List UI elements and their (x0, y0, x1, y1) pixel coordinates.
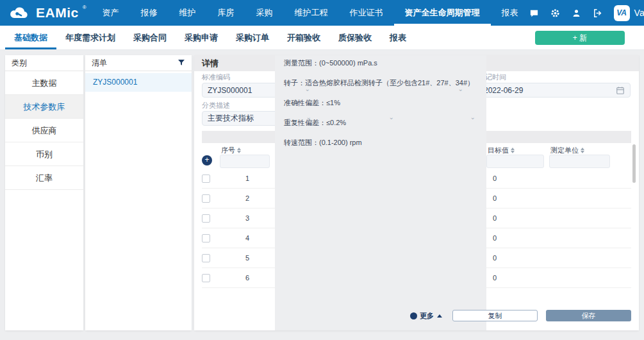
top-menu-item-repair[interactable]: 报修 (130, 0, 169, 26)
seq-filter-input[interactable] (220, 155, 270, 168)
row-target: 0 (486, 274, 549, 282)
valueapex-badge-icon: VA (614, 5, 630, 21)
tab-purchase-contract[interactable]: 采购合同 (124, 26, 176, 49)
chevron-down-icon[interactable]: ⌄ (470, 114, 475, 121)
chevron-down-icon[interactable]: ⌄ (458, 86, 463, 92)
grid-body: 1 适用范围：液体、半固体、热熔胶、高温液体样品粘度值定量检测 0 2 测量范围… (194, 168, 639, 288)
category-panel-title: 类别 (12, 58, 27, 69)
vertical-scrollbar[interactable] (632, 144, 636, 183)
tab-annual-demand-plan[interactable]: 年度需求计划 (56, 26, 124, 49)
top-menu-item-asset-lifecycle[interactable]: 资产全生命周期管理 (394, 0, 491, 26)
user-icon[interactable] (572, 8, 581, 18)
category-item-exchange-rate[interactable]: 汇率 (5, 166, 83, 190)
top-menu-item-maintenance[interactable]: 维护 (169, 0, 207, 26)
tab-unboxing-acceptance[interactable]: 开箱验收 (278, 26, 329, 49)
topnav-right-tools: VA ValueApex (529, 5, 644, 21)
top-menu-item-reports[interactable]: 报表 (491, 0, 529, 26)
row-seq: 2 (220, 194, 275, 202)
category-item-technical-parameters[interactable]: 技术参数库 (5, 95, 83, 119)
copy-button[interactable]: 复制 (452, 310, 538, 321)
top-menu-item-work-certificate[interactable]: 作业证书 (339, 0, 394, 26)
tab-purchase-order[interactable]: 采购订单 (227, 26, 278, 49)
tab-reports[interactable]: 报表 (381, 26, 415, 49)
row-target: 0 (486, 234, 549, 242)
top-menu-item-warehouse[interactable]: 库房 (207, 0, 245, 26)
row-target: 0 (486, 194, 549, 202)
secondary-navbar: 基础数据 年度需求计划 采购合同 采购申请 采购订单 开箱验收 质保验收 报表 … (0, 26, 644, 50)
chevron-up-icon (437, 314, 442, 318)
column-header-seq[interactable]: 序号 (220, 146, 270, 155)
save-button[interactable]: 保存 (546, 310, 631, 321)
cloud-wrench-icon (8, 4, 32, 21)
row-content: 转速范围：(0.1-200) rpm (275, 133, 486, 330)
table-row: 6 转速范围：(0.1-200) rpm 0 (202, 268, 631, 288)
top-menu-item-maintenance-project[interactable]: 维护工程 (284, 0, 339, 26)
detail-footer: 更多 复制 保存 (410, 310, 631, 321)
row-target: 0 (486, 214, 549, 222)
row-seq: 1 (220, 174, 275, 182)
valueapex-logo[interactable]: VA ValueApex (614, 5, 644, 21)
sort-icon[interactable] (237, 148, 241, 153)
chevron-down-icon[interactable]: ⌄ (306, 114, 311, 121)
top-menu-item-procurement[interactable]: 采购 (245, 0, 284, 26)
register-time-label: 登记时间 (478, 73, 631, 81)
tab-purchase-request[interactable]: 采购申请 (176, 26, 227, 49)
chevron-down-icon[interactable]: ⌄ (389, 114, 394, 121)
top-menu-item-assets[interactable]: 资产 (92, 0, 130, 26)
category-item-supplier[interactable]: 供应商 (5, 119, 83, 142)
add-row-button[interactable]: + (202, 155, 212, 166)
tab-warranty-acceptance[interactable]: 质保验收 (329, 26, 381, 49)
unit-filter-input[interactable] (549, 155, 610, 168)
new-button[interactable]: + 新 (535, 31, 625, 45)
list-panel-header: 清单 (85, 55, 192, 71)
column-header-unit[interactable]: 测定单位 (549, 146, 610, 155)
more-icon (410, 312, 417, 319)
row-checkbox[interactable] (202, 274, 210, 282)
row-seq: 4 (220, 234, 275, 242)
category-item-master-data[interactable]: 主数据 (5, 71, 83, 95)
registered-mark: ® (83, 4, 87, 10)
sort-icon[interactable] (511, 148, 515, 153)
settings-gear-icon[interactable] (550, 8, 560, 18)
category-item-currency[interactable]: 币别 (5, 142, 83, 166)
list-panel: 清单 ZYJS000001 (85, 55, 192, 330)
row-checkbox[interactable] (202, 174, 210, 183)
more-dropdown[interactable]: 更多 (410, 311, 442, 321)
top-navbar: EAMic ® 资产 报修 维护 库房 采购 维护工程 作业证书 资产全生命周期… (0, 0, 644, 26)
list-panel-title: 清单 (92, 58, 107, 69)
row-checkbox[interactable] (202, 194, 210, 203)
register-time-input[interactable]: 2022-06-29 (478, 83, 631, 98)
chevron-down-icon[interactable]: ⌄ (305, 86, 310, 92)
valueapex-name: ValueApex (634, 8, 644, 18)
target-filter-input[interactable] (486, 155, 544, 168)
brand-text: EAMic (36, 2, 79, 24)
message-icon[interactable] (529, 8, 539, 18)
row-checkbox[interactable] (202, 234, 210, 242)
detail-panel: 详情 标准编码 ZYJS000001 × ⌄ 标准描述 主要技 (194, 55, 639, 330)
row-target: 0 (486, 254, 549, 262)
list-item[interactable]: ZYJS000001 (85, 73, 192, 92)
filter-funnel-icon[interactable] (178, 59, 185, 67)
row-seq: 5 (220, 254, 275, 262)
logout-icon[interactable] (593, 8, 602, 18)
content-area: 类别 主数据 技术参数库 供应商 币别 汇率 清单 ZYJS000001 详情 (0, 50, 644, 340)
sort-icon[interactable] (581, 148, 584, 153)
column-header-target[interactable]: 目标值 (486, 146, 544, 155)
row-checkbox[interactable] (202, 254, 210, 262)
tab-basic-data[interactable]: 基础数据 (5, 26, 56, 49)
app-window: EAMic ® 资产 报修 维护 库房 采购 维护工程 作业证书 资产全生命周期… (0, 0, 644, 340)
calendar-icon[interactable] (616, 86, 625, 95)
category-panel: 类别 主数据 技术参数库 供应商 币别 汇率 (5, 55, 83, 330)
row-target: 0 (486, 174, 549, 182)
eamic-logo[interactable]: EAMic ® (8, 2, 87, 24)
row-checkbox[interactable] (202, 214, 210, 223)
row-seq: 6 (220, 274, 275, 282)
top-menu: 资产 报修 维护 库房 采购 维护工程 作业证书 资产全生命周期管理 报表 (92, 0, 529, 26)
category-panel-header: 类别 (5, 55, 83, 71)
row-seq: 3 (220, 214, 275, 222)
